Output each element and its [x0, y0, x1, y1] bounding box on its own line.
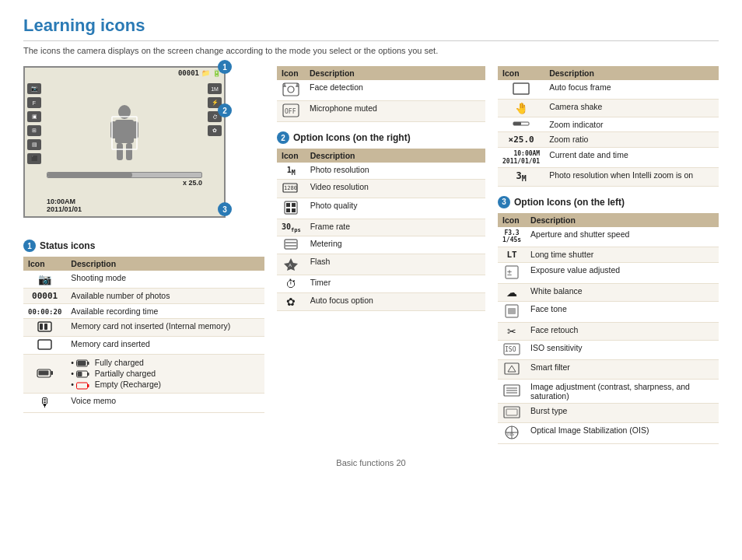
- desc-cell: Face retouch: [526, 322, 719, 340]
- desc-cell: Smart filter: [526, 359, 719, 379]
- svg-rect-36: [292, 208, 296, 212]
- icon-cell: ±: [498, 262, 526, 283]
- svg-rect-9: [44, 324, 47, 330]
- icon-cell: [498, 359, 526, 379]
- desc-cell: Metering: [306, 236, 485, 254]
- table-row: ✿ Auto focus option: [277, 293, 485, 311]
- svg-rect-37: [285, 240, 297, 249]
- camera-preview: 00001 📁 🔋 📷 F ▣ ⊞ ▤ ⬛ 1M ⚡ ⏱: [23, 66, 226, 218]
- mini-col-icon: Icon: [277, 66, 305, 80]
- icon-cell: 🎙: [23, 393, 66, 412]
- mode-icon: 📷: [27, 83, 41, 94]
- icon-cell: 30fps: [277, 219, 306, 236]
- svg-rect-3: [132, 121, 138, 138]
- icon-cell: 📷: [23, 271, 66, 289]
- table-row: ×25.0 Zoom ratio: [498, 132, 719, 148]
- ti-col-icon: Icon: [498, 66, 544, 80]
- badge-num-3: 3: [498, 196, 510, 208]
- page-subtitle: The icons the camera displays on the scr…: [23, 46, 719, 55]
- table-row: A Flash: [277, 254, 485, 275]
- option-left-heading: 3 Option Icons (on the left): [498, 196, 719, 208]
- icon-cell: [23, 337, 66, 355]
- table-row: ISO ISO sensitivity: [498, 340, 719, 359]
- svg-rect-12: [51, 371, 53, 375]
- icon-cell: ⏱: [277, 275, 306, 293]
- svg-point-23: [288, 86, 294, 93]
- icon4: ⊞: [27, 125, 41, 136]
- table-row: ✂ Face retouch: [498, 322, 719, 340]
- desc-cell: Camera shake: [544, 100, 719, 117]
- svg-rect-41: [513, 83, 529, 94]
- badge-num-2: 2: [277, 131, 289, 144]
- left-side-icons: 📷 F ▣ ⊞ ▤ ⬛: [27, 83, 41, 164]
- table-row: Auto focus frame: [498, 80, 719, 100]
- list-item: Empty (Recharge): [71, 379, 260, 390]
- desc-cell: Fully charged Partially charged Empty (R…: [66, 355, 264, 394]
- memory-icon: 📁: [201, 69, 210, 77]
- table-row: 00:00:20 Available recording time: [23, 304, 264, 319]
- icon5: ▤: [27, 139, 41, 150]
- svg-rect-22: [283, 83, 299, 96]
- zoom-value: x 25.0: [47, 179, 202, 187]
- table-row: Metering: [277, 236, 485, 254]
- icon-cell: [23, 355, 66, 394]
- status-icons-heading: 1 Status icons: [23, 240, 264, 252]
- svg-text:OFF: OFF: [285, 108, 296, 115]
- table-row: 10:00AM2011/01/01 Current date and time: [498, 148, 719, 168]
- desc-cell: White balance: [526, 283, 719, 301]
- svg-text:OIS: OIS: [507, 432, 514, 436]
- icon-cell: [277, 80, 305, 101]
- icon-cell: 00001: [23, 289, 66, 304]
- desc-cell: Frame rate: [306, 219, 485, 236]
- icon-cell: LT: [498, 247, 526, 262]
- desc-cell: Aperture and shutter speed: [526, 227, 719, 247]
- left-column: 00001 📁 🔋 📷 F ▣ ⊞ ▤ ⬛ 1M ⚡ ⏱: [23, 66, 264, 413]
- ol-col-desc: Description: [526, 213, 719, 227]
- icon-cell: ☁: [498, 283, 526, 301]
- desc-cell: Microphone muted: [305, 101, 485, 122]
- desc-cell: Image adjustment (contrast, sharpness, a…: [526, 379, 719, 403]
- table-row: 📷 Shooting mode: [23, 271, 264, 289]
- icon-cell: 🤚: [498, 100, 544, 117]
- table-row: 00001 Available number of photos: [23, 289, 264, 304]
- icon-cell: ✿: [277, 293, 306, 311]
- svg-rect-43: [513, 122, 521, 125]
- desc-cell: Memory card not inserted (Internal memor…: [66, 319, 264, 337]
- desc-cell: Voice memo: [66, 393, 264, 412]
- shot-count: 00001: [178, 69, 199, 77]
- camera-top-bar: 00001 📁 🔋: [25, 68, 224, 79]
- status-col-desc: Description: [66, 257, 264, 271]
- icon-cell: 10:00AM2011/01/01: [498, 148, 544, 168]
- table-row: ⏱ Timer: [277, 275, 485, 293]
- zoom-bar-area: x 25.0: [47, 172, 202, 187]
- table-row: LT Long time shutter: [498, 247, 719, 262]
- svg-text:±: ±: [507, 268, 512, 277]
- table-row: 1M Photo resolution: [277, 163, 485, 180]
- middle-column: Icon Description Face detection OFF Micr…: [277, 66, 485, 311]
- svg-rect-19: [77, 372, 82, 376]
- table-row: 🤚 Camera shake: [498, 100, 719, 117]
- svg-rect-33: [286, 203, 290, 207]
- svg-rect-57: [506, 409, 517, 415]
- or-col-icon: Icon: [277, 149, 306, 163]
- svg-rect-2: [110, 121, 117, 138]
- icon-cell: [23, 319, 66, 337]
- table-row: Memory card not inserted (Internal memor…: [23, 319, 264, 337]
- table-row: Smart filter: [498, 359, 719, 379]
- icon-cell: 1M: [277, 163, 306, 180]
- svg-rect-47: [508, 308, 516, 314]
- badge-num-1: 1: [23, 240, 36, 252]
- desc-cell: Zoom ratio: [544, 132, 719, 148]
- ti-col-desc: Description: [544, 66, 719, 80]
- table-row: ☁ White balance: [498, 283, 719, 301]
- desc-cell: Face detection: [305, 80, 485, 101]
- icon-cell: [498, 403, 526, 422]
- svg-rect-21: [87, 384, 89, 387]
- icon-cell: OIS: [498, 422, 526, 443]
- icon-cell: 1280: [277, 180, 306, 198]
- svg-rect-18: [87, 373, 89, 376]
- desc-cell: Photo quality: [306, 198, 485, 219]
- table-row: Image adjustment (contrast, sharpness, a…: [498, 379, 719, 403]
- table-row: Face tone: [498, 301, 719, 322]
- desc-cell: ISO sensitivity: [526, 340, 719, 359]
